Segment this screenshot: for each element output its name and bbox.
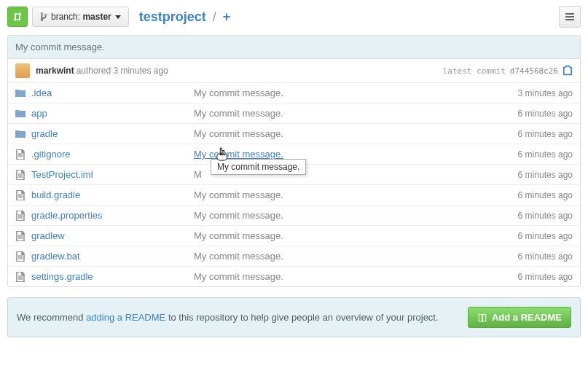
file-icon: [15, 272, 26, 282]
breadcrumb: testproject / +: [139, 9, 231, 25]
commit-time: 6 minutes ago: [518, 251, 573, 262]
file-link[interactable]: .idea: [31, 87, 52, 98]
file-link[interactable]: gradlew: [31, 230, 65, 241]
file-link[interactable]: build.gradle: [31, 189, 80, 200]
file-link[interactable]: gradlew.bat: [31, 251, 80, 262]
repo-link[interactable]: testproject: [139, 9, 206, 24]
commit-time: 6 minutes ago: [518, 149, 573, 160]
file-icon: [15, 211, 26, 221]
readme-banner: We recommend adding a README to this rep…: [7, 297, 581, 337]
table-row: gradleMy commit message.6 minutes ago: [8, 124, 580, 144]
commit-time: 3 minutes ago: [518, 88, 573, 98]
commit-time: 6 minutes ago: [518, 129, 573, 139]
commit-message[interactable]: My commit message.: [194, 230, 518, 241]
commit-author[interactable]: markwint: [36, 66, 74, 76]
breadcrumb-separator: /: [213, 9, 216, 24]
branch-label: branch: master: [51, 12, 111, 22]
folder-icon: [15, 88, 26, 98]
clipboard-icon[interactable]: [562, 66, 573, 76]
cursor-icon: [216, 147, 230, 162]
file-link[interactable]: TestProject.iml: [31, 169, 93, 180]
table-row: gradle.propertiesMy commit message.6 min…: [8, 205, 580, 226]
commit-time: 6 minutes ago: [518, 211, 573, 221]
commit-sha[interactable]: d744568c26: [510, 66, 558, 76]
latest-commit-label: latest commit: [443, 66, 506, 76]
svg-rect-0: [565, 13, 574, 15]
branch-selector[interactable]: branch: master: [32, 7, 129, 27]
commit-message[interactable]: My commit message.: [194, 87, 518, 98]
table-row: gradlewMy commit message.6 minutes ago: [8, 226, 580, 246]
banner-text: We recommend adding a README to this rep…: [17, 312, 439, 323]
commit-message[interactable]: My commit message.: [194, 128, 518, 139]
commit-message[interactable]: My commit message.: [194, 108, 518, 119]
folder-icon: [15, 129, 26, 139]
file-icon: [15, 251, 26, 262]
table-row: gradlew.batMy commit message.6 minutes a…: [8, 246, 580, 267]
svg-rect-1: [565, 16, 574, 17]
folder-icon: [15, 109, 26, 119]
topbar: branch: master testproject / +: [7, 6, 581, 28]
file-link[interactable]: gradle.properties: [31, 210, 103, 221]
new-file-button[interactable]: +: [223, 9, 231, 24]
table-row: .ideaMy commit message.3 minutes ago: [8, 83, 580, 103]
commit-action: authored 3 minutes ago: [77, 66, 168, 76]
outline-toggle-button[interactable]: [559, 6, 581, 28]
file-icon: [15, 149, 26, 160]
file-link[interactable]: .gitignore: [31, 149, 70, 160]
table-row: settings.gradleMy commit message.6 minut…: [8, 267, 580, 286]
table-row: build.gradleMy commit message.6 minutes …: [8, 185, 580, 205]
commit-message[interactable]: My commit message.: [194, 271, 518, 282]
file-icon: [15, 170, 26, 180]
latest-commit-message: My commit message.: [8, 36, 580, 59]
commit-time: 6 minutes ago: [518, 231, 573, 241]
compare-icon: [12, 11, 23, 23]
file-icon: [15, 231, 26, 241]
list-icon: [565, 12, 574, 21]
file-icon: [15, 190, 26, 200]
add-readme-button[interactable]: Add a README: [468, 307, 571, 328]
commit-message[interactable]: My commit message.: [194, 251, 518, 262]
svg-rect-2: [565, 19, 574, 20]
commit-time: 6 minutes ago: [518, 170, 573, 180]
file-link[interactable]: gradle: [31, 128, 58, 139]
commit-message[interactable]: My commit message.: [194, 210, 518, 221]
commit-message[interactable]: My commit message.: [194, 189, 518, 200]
adding-readme-link[interactable]: adding a README: [86, 312, 165, 323]
commit-message[interactable]: My commit message.: [194, 149, 518, 160]
logo: [7, 7, 28, 27]
commit-time: 6 minutes ago: [518, 109, 573, 119]
table-row: appMy commit message.6 minutes ago: [8, 103, 580, 124]
commit-time: 6 minutes ago: [518, 190, 573, 200]
table-row: .gitignoreMy commit message.6 minutes ag…: [8, 144, 580, 165]
file-link[interactable]: settings.gradle: [31, 271, 93, 282]
chevron-down-icon: [115, 15, 121, 19]
book-icon: [477, 313, 487, 323]
file-panel: My commit message. markwint authored 3 m…: [7, 35, 581, 287]
commit-time: 6 minutes ago: [518, 272, 573, 282]
avatar: [15, 63, 30, 78]
file-link[interactable]: app: [31, 108, 47, 119]
branch-icon: [40, 12, 47, 22]
commit-meta: markwint authored 3 minutes ago latest c…: [8, 59, 580, 83]
